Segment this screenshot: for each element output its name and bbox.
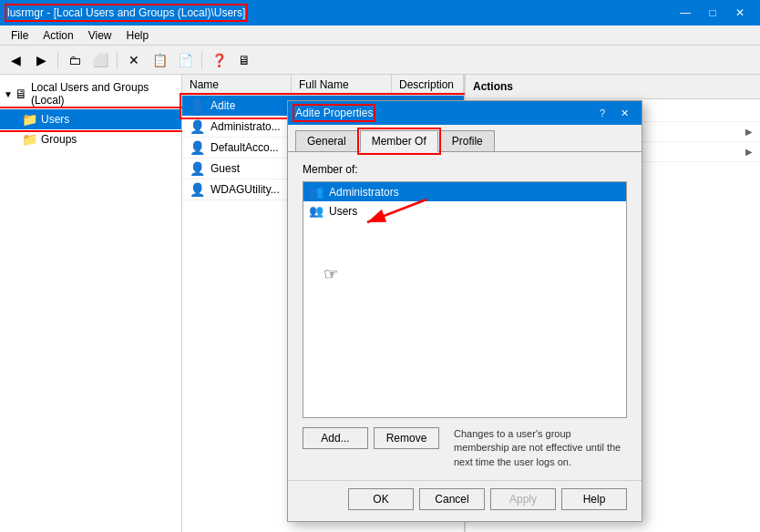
list-item-guest-name: Guest: [211, 162, 240, 175]
actions-arrow-right-1: ▶: [745, 127, 753, 137]
tab-member-of[interactable]: Member Of: [360, 130, 438, 152]
forward-button[interactable]: ▶: [29, 48, 53, 72]
menu-bar: File Action View Help: [0, 26, 760, 46]
help-footer-button[interactable]: Help: [561, 488, 627, 510]
group-icon-users: 👥: [309, 204, 324, 218]
properties-button[interactable]: 📋: [148, 48, 171, 72]
tree-item-groups-label: Groups: [41, 133, 77, 146]
col-header-description[interactable]: Description: [392, 75, 464, 95]
notice-text: Changes to a user's group membership are…: [454, 427, 627, 469]
help-button[interactable]: ❓: [207, 48, 231, 72]
adite-properties-dialog: Adite Properties ? ✕ General Member Of P…: [287, 100, 642, 522]
delete-button[interactable]: ✕: [122, 48, 146, 72]
add-button[interactable]: Add...: [303, 427, 368, 449]
users-folder-icon: 📁: [22, 112, 37, 127]
member-item-users[interactable]: 👥 Users: [303, 201, 626, 220]
user-icon-admin: 👤: [190, 119, 205, 134]
new-button[interactable]: 📄: [173, 48, 197, 72]
member-item-administrators-label: Administrators: [329, 186, 399, 199]
toolbar-separator-1: [57, 51, 58, 69]
title-bar: lusrmgr - [Local Users and Groups (Local…: [0, 0, 760, 26]
menu-action[interactable]: Action: [36, 27, 80, 44]
dialog-close-button[interactable]: ✕: [614, 103, 634, 123]
member-item-users-label: Users: [329, 205, 357, 218]
add-remove-buttons: Add... Remove: [303, 427, 439, 449]
user-icon-adite: 👤: [190, 98, 205, 113]
computer-button[interactable]: 🖥: [232, 48, 256, 72]
list-item-admin-name: Administrato...: [211, 120, 281, 133]
window-title: lusrmgr - [Local Users and Groups (Local…: [7, 6, 245, 19]
back-button[interactable]: ◀: [4, 48, 27, 72]
member-list[interactable]: 👥 Administrators 👥 Users: [303, 181, 627, 418]
dialog-titlebar: Adite Properties ? ✕: [288, 101, 642, 125]
group-icon-administrators: 👥: [309, 185, 324, 199]
list-header: Name Full Name Description: [182, 75, 464, 96]
menu-file[interactable]: File: [4, 27, 36, 44]
groups-folder-icon: 📁: [22, 132, 37, 147]
window-close-button[interactable]: ✕: [727, 0, 753, 26]
member-item-administrators[interactable]: 👥 Administrators: [303, 182, 626, 201]
square-button[interactable]: ⬜: [88, 48, 112, 72]
dialog-footer: OK Cancel Apply Help: [288, 480, 642, 521]
list-item-adite-name: Adite: [211, 99, 235, 112]
tree-root-label: Local Users and Groups (Local): [31, 81, 178, 107]
dialog-title: Adite Properties: [295, 107, 373, 119]
dialog-controls: ? ✕: [592, 103, 634, 123]
col-header-name[interactable]: Name: [182, 75, 292, 95]
menu-view[interactable]: View: [81, 27, 119, 44]
user-icon-wdag: 👤: [190, 182, 205, 197]
toolbar-separator-3: [201, 51, 202, 69]
list-item-wdag-name: WDAGUtility...: [211, 183, 280, 196]
actions-arrow-right-2: ▶: [745, 147, 753, 157]
cancel-button[interactable]: Cancel: [419, 488, 485, 510]
dialog-help-button[interactable]: ?: [592, 103, 612, 123]
dialog-actions-row: Add... Remove Changes to a user's group …: [303, 427, 627, 469]
tree-panel: ▼ 🖥 Local Users and Groups (Local) 📁 Use…: [0, 75, 182, 532]
list-item-default-name: DefaultAcco...: [211, 141, 279, 154]
actions-header: Actions: [466, 75, 760, 99]
dialog-tabs: General Member Of Profile: [288, 125, 642, 152]
maximize-button[interactable]: □: [700, 0, 725, 26]
folder-button[interactable]: 🗀: [63, 48, 87, 72]
col-header-fullname[interactable]: Full Name: [292, 75, 392, 95]
remove-button[interactable]: Remove: [374, 427, 439, 449]
user-icon-default: 👤: [190, 140, 205, 155]
expand-icon: ▼: [4, 89, 13, 99]
menu-help[interactable]: Help: [119, 27, 157, 44]
title-bar-controls: — □ ✕: [673, 0, 753, 26]
minimize-button[interactable]: —: [673, 0, 698, 26]
apply-button[interactable]: Apply: [490, 488, 556, 510]
member-of-label: Member of:: [303, 163, 627, 176]
dialog-content: Member of: 👥 Administrators 👥 Users: [288, 152, 642, 480]
tab-general[interactable]: General: [295, 130, 358, 151]
tree-root[interactable]: ▼ 🖥 Local Users and Groups (Local): [0, 78, 181, 109]
tree-item-users[interactable]: 📁 Users: [0, 109, 181, 129]
computer-icon: 🖥: [15, 87, 27, 101]
tree-item-groups[interactable]: 📁 Groups: [0, 129, 181, 149]
user-icon-guest: 👤: [190, 161, 205, 176]
tab-profile[interactable]: Profile: [440, 130, 495, 151]
toolbar-separator-2: [117, 51, 118, 69]
tree-item-users-label: Users: [41, 113, 69, 126]
toolbar: ◀ ▶ 🗀 ⬜ ✕ 📋 📄 ❓ 🖥: [0, 46, 760, 75]
ok-button[interactable]: OK: [348, 488, 414, 510]
